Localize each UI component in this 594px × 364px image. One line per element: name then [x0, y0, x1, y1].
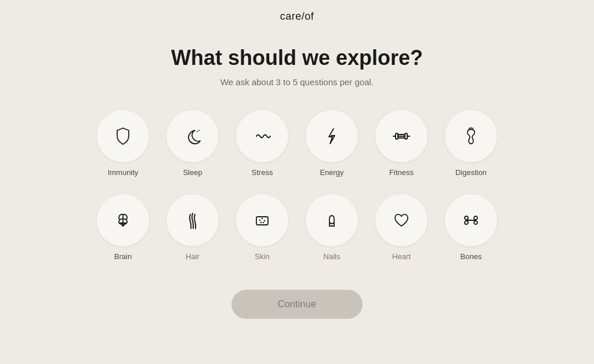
option-hair[interactable]: Hair	[161, 194, 224, 261]
bones-icon	[461, 210, 481, 231]
option-stress[interactable]: Stress	[230, 110, 294, 177]
stress-label: Stress	[252, 168, 273, 177]
brain-icon-circle[interactable]	[97, 194, 149, 246]
main-content: What should we explore? We ask about 3 t…	[0, 46, 594, 319]
energy-label: Energy	[320, 168, 343, 177]
svg-point-14	[262, 218, 263, 219]
digestion-icon-circle[interactable]	[445, 110, 497, 162]
option-immunity[interactable]: Immunity	[91, 110, 155, 177]
heart-icon	[391, 210, 412, 231]
svg-point-15	[264, 220, 265, 221]
svg-point-23	[474, 221, 477, 224]
immunity-icon-circle[interactable]	[97, 110, 149, 162]
skin-label: Skin	[255, 252, 269, 261]
continue-button[interactable]: Continue	[231, 290, 363, 319]
hair-label: Hair	[186, 252, 200, 261]
option-fitness[interactable]: Fitness	[370, 110, 433, 177]
brain-icon	[113, 210, 133, 231]
skin-icon-circle[interactable]	[236, 194, 288, 246]
hair-icon	[182, 210, 203, 231]
bones-label: Bones	[461, 252, 482, 261]
nails-icon	[321, 210, 342, 231]
fitness-icon-circle[interactable]	[375, 110, 428, 162]
option-nails[interactable]: Nails	[300, 194, 364, 261]
option-energy[interactable]: Energy	[300, 110, 364, 177]
svg-point-17	[263, 222, 264, 223]
option-skin[interactable]: Skin	[230, 194, 294, 261]
svg-point-22	[474, 216, 477, 220]
option-digestion[interactable]: Digestion	[439, 110, 503, 177]
sleep-icon-circle[interactable]	[166, 110, 219, 162]
sleep-icon	[182, 126, 203, 147]
svg-point-0	[197, 131, 198, 132]
digestion-label: Digestion	[455, 168, 487, 177]
immunity-label: Immunity	[108, 168, 139, 177]
option-sleep[interactable]: Sleep	[161, 110, 224, 177]
options-grid: Immunity Sleep Stress	[91, 110, 503, 261]
option-brain[interactable]: Brain	[91, 194, 155, 261]
nails-icon-circle[interactable]	[306, 194, 358, 246]
stress-icon	[252, 126, 273, 147]
option-heart[interactable]: Heart	[370, 194, 433, 261]
brain-label: Brain	[114, 252, 132, 261]
bones-icon-circle[interactable]	[445, 194, 497, 246]
digestion-icon	[461, 126, 481, 147]
svg-point-13	[259, 220, 260, 221]
svg-point-21	[465, 221, 468, 224]
immunity-icon	[113, 126, 133, 147]
nails-label: Nails	[324, 252, 341, 261]
skin-icon	[252, 210, 273, 231]
hair-icon-circle[interactable]	[166, 194, 219, 246]
svg-point-16	[260, 222, 262, 223]
option-bones[interactable]: Bones	[439, 194, 503, 261]
svg-point-1	[198, 130, 200, 131]
heart-icon-circle[interactable]	[375, 194, 428, 246]
stress-icon-circle[interactable]	[236, 110, 288, 162]
page-subtitle: We ask about 3 to 5 questions per goal.	[220, 77, 374, 87]
svg-point-20	[465, 216, 468, 220]
fitness-label: Fitness	[389, 168, 414, 177]
energy-icon-circle[interactable]	[306, 110, 358, 162]
energy-icon	[321, 126, 342, 147]
sleep-label: Sleep	[183, 168, 202, 177]
fitness-icon	[391, 126, 412, 147]
heart-label: Heart	[392, 252, 411, 261]
app-logo: care/of	[280, 10, 314, 23]
page-title: What should we explore?	[171, 46, 423, 70]
